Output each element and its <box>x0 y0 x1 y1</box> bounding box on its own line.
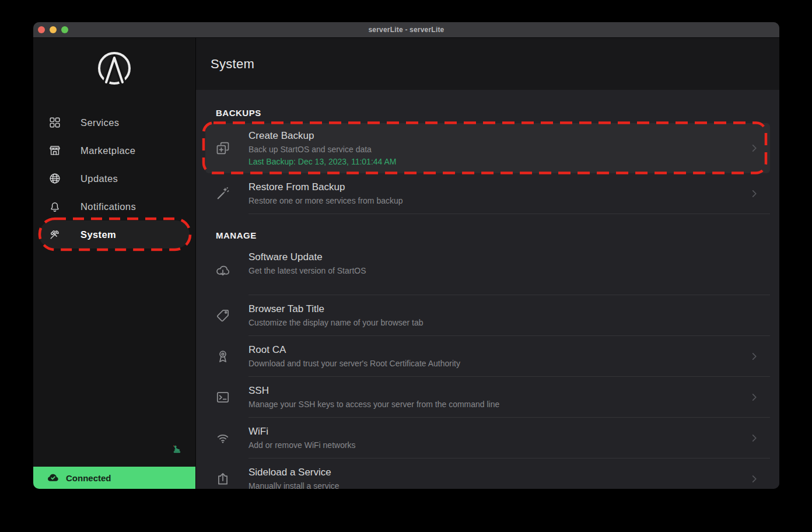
section-manage: MANAGE Software Update Get the latest ve… <box>205 230 770 489</box>
chevron-right-icon <box>748 432 760 444</box>
terminal-icon <box>205 377 249 418</box>
titlebar: serverLite - serverLite <box>33 22 779 38</box>
sidebar: Services Marketplace Updates Notificatio… <box>33 38 196 489</box>
row-subtitle: Back up StartOS and service data <box>249 144 748 155</box>
row-title: SSH <box>249 384 748 397</box>
sidebar-item-system[interactable]: System <box>39 220 190 249</box>
grid-icon <box>48 116 61 129</box>
sideload-a-service-row[interactable]: Sideload a Service Manually install a se… <box>205 459 770 489</box>
window-title: serverLite - serverLite <box>368 26 444 34</box>
wifi-icon <box>205 418 249 459</box>
app-body: Services Marketplace Updates Notificatio… <box>33 38 779 489</box>
copy-plus-icon <box>205 123 249 173</box>
sidebar-item-marketplace[interactable]: Marketplace <box>39 136 190 164</box>
browser-tab-title-row[interactable]: Browser Tab Title Customize the display … <box>205 295 770 336</box>
globe-icon <box>48 172 61 185</box>
sidebar-item-notifications[interactable]: Notifications <box>39 192 190 220</box>
create-backup-row[interactable]: Create Backup Back up StartOS and servic… <box>205 123 770 173</box>
sidebar-item-services[interactable]: Services <box>39 108 190 136</box>
row-subtitle: Get the latest version of StartOS <box>249 265 760 276</box>
root-ca-row[interactable]: Root CA Download and trust your server's… <box>205 336 770 377</box>
sidebar-item-label: System <box>80 229 116 240</box>
screenshot-stage: serverLite - serverLite Services Marketp <box>0 0 812 532</box>
sidebar-item-label: Updates <box>80 173 118 184</box>
row-subtitle: Manually install a service <box>249 481 748 489</box>
chevron-right-icon <box>748 188 760 200</box>
cloud-download-icon <box>205 246 249 295</box>
app-window: serverLite - serverLite Services Marketp <box>33 22 779 489</box>
cloud-check-icon <box>47 471 60 484</box>
pricetag-icon <box>205 295 249 336</box>
row-title: Restore From Backup <box>249 181 748 194</box>
minimize-window-button[interactable] <box>50 26 57 33</box>
row-title: WiFi <box>249 425 748 438</box>
bell-icon <box>48 200 61 213</box>
window-controls <box>38 22 68 37</box>
page-header: System <box>196 38 779 90</box>
row-detail: Last Backup: Dec 13, 2023, 11:01:44 AM <box>249 156 748 167</box>
connection-status-label: Connected <box>66 473 111 483</box>
snake-icon <box>172 444 183 455</box>
storefront-icon <box>48 144 61 157</box>
row-subtitle: Restore one or more services from backup <box>249 195 748 206</box>
row-subtitle: Download and trust your server's Root Ce… <box>249 358 748 369</box>
row-subtitle: Customize the display name of your brows… <box>249 317 760 328</box>
ssh-row[interactable]: SSH Manage your SSH keys to access your … <box>205 377 770 418</box>
section-backups: BACKUPS Create Backup Back up StartOS an… <box>205 108 770 214</box>
upload-icon <box>205 459 249 489</box>
section-rows: Create Backup Back up StartOS and servic… <box>205 123 770 214</box>
sidebar-nav: Services Marketplace Updates Notificatio… <box>33 108 195 249</box>
close-window-button[interactable] <box>38 26 45 33</box>
restore-from-backup-row[interactable]: Restore From Backup Restore one or more … <box>205 173 770 214</box>
wifi-row[interactable]: WiFi Add or remove WiFi networks <box>205 418 770 459</box>
software-update-row[interactable]: Software Update Get the latest version o… <box>205 246 770 295</box>
row-title: Browser Tab Title <box>249 303 760 316</box>
row-subtitle: Manage your SSH keys to access your serv… <box>249 399 748 410</box>
magic-wand-icon <box>205 173 249 214</box>
sidebar-item-label: Marketplace <box>80 145 135 156</box>
chevron-right-icon <box>748 351 760 362</box>
row-subtitle: Add or remove WiFi networks <box>249 440 748 450</box>
chevron-right-icon <box>748 142 760 154</box>
ribbon-icon <box>205 336 249 377</box>
zoom-window-button[interactable] <box>61 26 68 33</box>
tools-icon <box>48 228 61 241</box>
sidebar-item-label: Services <box>80 117 119 128</box>
row-title: Sideload a Service <box>249 466 748 479</box>
row-title: Software Update <box>249 251 760 264</box>
row-title: Create Backup <box>249 130 748 142</box>
section-header: BACKUPS <box>216 108 770 118</box>
chevron-right-icon <box>748 473 760 485</box>
sidebar-item-label: Notifications <box>80 201 136 212</box>
chevron-right-icon <box>748 391 760 403</box>
sidebar-spacer <box>33 249 195 467</box>
row-title: Root CA <box>249 344 748 356</box>
start9-logo-icon <box>96 50 133 87</box>
main-content: System BACKUPS Create Backup Back up Sta… <box>196 38 779 489</box>
sidebar-item-updates[interactable]: Updates <box>39 164 190 192</box>
section-header: MANAGE <box>216 230 770 240</box>
page-title: System <box>211 57 254 72</box>
section-rows: Software Update Get the latest version o… <box>205 246 770 489</box>
settings-list: BACKUPS Create Backup Back up StartOS an… <box>196 90 779 489</box>
connection-status-bar: Connected <box>33 467 195 489</box>
